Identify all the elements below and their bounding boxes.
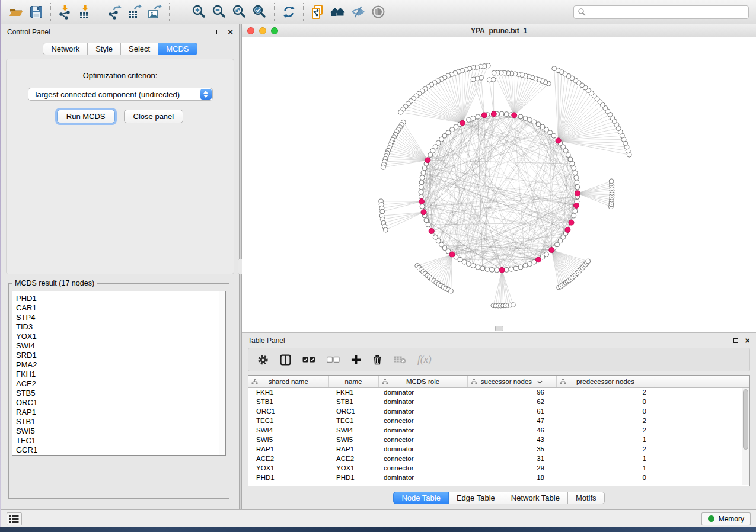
memory-label: Memory [719, 515, 744, 523]
mcds-result-item[interactable]: ORC1 [16, 398, 225, 408]
zoom-fit-icon[interactable] [229, 2, 250, 21]
table-scrollbar[interactable] [742, 388, 749, 485]
mcds-result-item[interactable]: YOX1 [16, 332, 225, 341]
tab-motifs[interactable]: Motifs [568, 492, 605, 504]
attribute-type-icon [382, 379, 388, 386]
mcds-result-item[interactable]: FKH1 [16, 370, 225, 379]
table-row[interactable]: ORC1ORC1dominator610 [248, 406, 749, 416]
main-area: Control Panel × Network Style Select MCD… [1, 24, 756, 509]
optimization-criterion-select[interactable]: largest connected component (undirected) [28, 88, 213, 101]
table-row[interactable]: SWI5SWI5connector431 [248, 435, 749, 444]
close-window-icon[interactable] [247, 27, 254, 34]
tab-style[interactable]: Style [88, 43, 121, 55]
float-table-panel-icon[interactable] [733, 338, 738, 343]
table-row[interactable]: STB1STB1dominator620 [248, 397, 749, 406]
maximize-window-icon[interactable] [271, 27, 278, 34]
mcds-result-item[interactable]: SRD1 [16, 351, 225, 360]
select-all-columns-icon[interactable] [302, 356, 315, 363]
show-graphics-details-icon[interactable] [368, 2, 388, 21]
horizontal-splitter-grip[interactable] [495, 326, 503, 331]
mcds-result-item[interactable]: TEC1 [16, 436, 225, 446]
export-table-icon[interactable] [125, 2, 145, 21]
zoom-selected-icon[interactable] [250, 2, 270, 21]
network-window-titlebar[interactable]: YPA_prune.txt_1 [242, 24, 756, 37]
delete-table-icon-disabled [394, 355, 406, 364]
table-header-row: shared name name MCDS role [248, 376, 749, 387]
minimize-window-icon[interactable] [259, 27, 266, 34]
import-network-icon[interactable] [55, 2, 75, 21]
mcds-result-item[interactable]: PHD1 [16, 294, 225, 303]
column-header-successor-nodes[interactable]: successor nodes [467, 376, 556, 387]
tab-network-table[interactable]: Network Table [503, 492, 568, 504]
table-row[interactable]: RAP1RAP1dominator352 [248, 444, 749, 454]
table-row[interactable]: ACE2ACE2connector311 [248, 454, 749, 463]
mcds-result-item[interactable]: STB5 [16, 389, 225, 398]
refresh-icon[interactable] [279, 2, 299, 21]
close-table-panel-icon[interactable]: × [745, 338, 750, 344]
table-row[interactable]: YOX1YOX1connector291 [248, 463, 749, 473]
mcds-list-scrollbar[interactable] [219, 291, 225, 455]
column-header-predecessor-nodes[interactable]: predecessor nodes [556, 376, 655, 387]
search-input[interactable] [588, 8, 745, 16]
delete-columns-icon[interactable] [372, 354, 382, 365]
toolbar-separator [100, 3, 100, 21]
open-session-icon[interactable] [6, 2, 26, 21]
mcds-result-item[interactable]: SWI4 [16, 341, 225, 351]
zoom-in-icon[interactable] [189, 2, 209, 21]
tab-network[interactable]: Network [43, 43, 88, 55]
hide-graphics-details-icon[interactable] [348, 2, 368, 21]
table-row[interactable]: PHD1PHD1dominator180 [248, 473, 749, 482]
tab-select[interactable]: Select [121, 43, 158, 55]
mcds-result-item[interactable]: PMA2 [16, 360, 225, 370]
mcds-result-item[interactable]: RAP1 [16, 408, 225, 417]
mcds-result-item[interactable]: CAR1 [16, 303, 225, 313]
show-column-panel-icon[interactable] [280, 354, 291, 366]
tab-node-table[interactable]: Node Table [393, 492, 449, 504]
memory-button[interactable]: Memory [701, 512, 751, 525]
deselect-all-columns-icon[interactable] [327, 356, 340, 363]
node-table[interactable]: shared name name MCDS role [248, 375, 750, 486]
float-panel-icon[interactable] [216, 30, 221, 34]
column-header-mcds-role[interactable]: MCDS role [378, 376, 467, 387]
network-window-title: YPA_prune.txt_1 [471, 27, 527, 35]
network-graph[interactable] [242, 37, 755, 332]
table-options-gear-icon[interactable] [257, 354, 269, 366]
zoom-out-icon[interactable] [209, 2, 229, 21]
table-panel-title: Table Panel [248, 336, 285, 345]
table-row[interactable]: SWI4SWI4dominator462 [248, 425, 749, 435]
column-header-name[interactable]: name [328, 376, 378, 387]
network-search-field[interactable] [573, 5, 749, 19]
table-toolbar: f(x) [248, 348, 750, 371]
window-controls [247, 27, 278, 34]
task-history-button[interactable] [7, 512, 22, 525]
optimization-criterion-value: largest connected component (undirected) [36, 90, 180, 99]
table-row[interactable]: FKH1FKH1dominator962 [248, 387, 749, 397]
save-session-icon[interactable] [26, 2, 46, 21]
import-table-icon[interactable] [75, 2, 95, 21]
close-panel-icon[interactable]: × [228, 29, 233, 35]
mcds-result-item[interactable]: ACE2 [16, 379, 225, 389]
tab-mcds[interactable]: MCDS [158, 43, 197, 55]
create-new-column-icon[interactable] [351, 355, 361, 365]
show-all-networks-icon[interactable] [328, 2, 348, 21]
function-builder-icon-disabled: f(x) [417, 354, 432, 366]
mcds-options-box: Optimization criterion: largest connecte… [6, 59, 234, 274]
export-network-icon[interactable] [104, 2, 125, 21]
mcds-result-item[interactable]: TID3 [16, 322, 225, 332]
mcds-result-item[interactable]: STB1 [16, 417, 225, 427]
sort-descending-icon [537, 378, 543, 385]
close-panel-button[interactable]: Close panel [124, 110, 184, 123]
network-view-canvas[interactable] [242, 37, 756, 333]
mcds-result-item[interactable]: STP4 [16, 313, 225, 322]
table-row[interactable]: TEC1TEC1connector472 [248, 416, 749, 425]
column-header-shared-name[interactable]: shared name [248, 376, 328, 387]
table-scrollbar-thumb[interactable] [743, 389, 748, 450]
mcds-result-list[interactable]: PHD1CAR1STP4TID3YOX1SWI4SRD1PMA2FKH1ACE2… [12, 291, 226, 456]
tab-edge-table[interactable]: Edge Table [449, 492, 503, 504]
new-network-from-selection-icon[interactable] [308, 2, 328, 21]
mcds-result-item[interactable]: SWI5 [16, 427, 225, 436]
mcds-result-item[interactable]: GCR1 [16, 446, 225, 455]
export-image-icon[interactable] [145, 2, 165, 21]
table-tabs-bar: Node Table Edge Table Network Table Moti… [248, 486, 750, 509]
run-mcds-button[interactable]: Run MCDS [57, 110, 115, 123]
